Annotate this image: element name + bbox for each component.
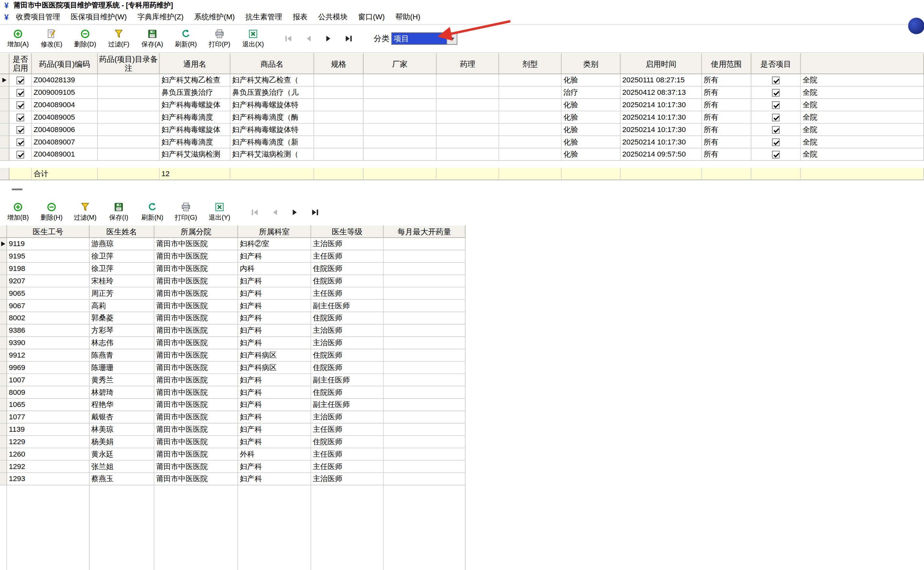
print-button[interactable]: 打印(G) [169, 200, 203, 225]
column-header[interactable]: 所属分院 [154, 225, 238, 238]
column-header[interactable]: 药理 [437, 53, 499, 74]
table-row[interactable]: 9207宋桂玲莆田市中医医院妇产科住院医师 [0, 275, 466, 288]
nav-last-button[interactable] [338, 32, 358, 45]
table-row[interactable]: 1077戴银杏莆田市中医医院妇产科主治医师 [0, 411, 466, 424]
column-header[interactable]: 所属科室 [238, 225, 311, 238]
table-row[interactable]: 9067高莉莆田市中医医院妇产科副主任医师 [0, 300, 466, 312]
edit-icon [46, 28, 57, 38]
table-row[interactable]: 1229杨美娟莆田市中医医院妇产科住院医师 [0, 436, 466, 448]
column-header[interactable] [0, 225, 7, 238]
table-row[interactable]: 9390林志伟莆田市中医医院妇产科主治医师 [0, 337, 466, 349]
column-header[interactable]: 是否项目 [751, 53, 801, 74]
column-header[interactable]: 每月最大开药量 [384, 225, 466, 238]
column-header[interactable]: 商品名 [230, 53, 314, 74]
column-header[interactable]: 药品(项目)目录备注 [98, 53, 160, 74]
delete-button[interactable]: 删除(H) [35, 200, 68, 225]
column-header[interactable]: 医生工号 [7, 225, 90, 238]
table-row[interactable]: 8002郭桑菱莆田市中医医院妇产科住院医师 [0, 312, 466, 325]
table-row[interactable]: 9912陈燕青莆田市中医医院妇产科病区住院医师 [0, 349, 466, 362]
exit-button[interactable]: 退出(Y) [203, 200, 236, 225]
checkbox[interactable] [16, 138, 24, 146]
column-header[interactable]: 使用范围 [702, 53, 751, 74]
table-row[interactable]: 1007黄秀兰莆田市中医医院妇产科副主任医师 [0, 374, 466, 386]
table-row[interactable]: Z004028139妇产科艾梅乙检查妇产科艾梅乙检查（化验20250111 08… [0, 74, 924, 87]
category-combobox[interactable]: 项目 [391, 32, 457, 45]
checkbox[interactable] [772, 89, 780, 96]
table-row[interactable]: 1260黄永廷莆田市中医医院外科主任医师 [0, 448, 466, 461]
column-header[interactable]: 类别 [562, 53, 620, 74]
table-row[interactable]: Z004089005妇产科梅毒滴度妇产科梅毒滴度（酶化验20250214 10:… [0, 112, 924, 124]
combobox-dropdown-button[interactable] [447, 33, 457, 44]
checkbox[interactable] [16, 101, 24, 109]
delete-button[interactable]: 删除(D) [68, 26, 102, 51]
nav-last-button[interactable] [305, 205, 325, 219]
column-header[interactable]: 厂家 [364, 53, 436, 74]
checkbox[interactable] [772, 150, 780, 158]
toolbar-bottom: 增加(B)删除(H)过滤(M)保存(I)刷新(N)打印(G)退出(Y) [0, 199, 924, 225]
column-header[interactable]: 医生等级 [311, 225, 384, 238]
refresh-button[interactable]: 刷新(N) [136, 200, 169, 225]
cell: 妇产科 [238, 399, 311, 411]
print-button[interactable]: 打印(P) [203, 26, 236, 51]
nav-next-button[interactable] [318, 32, 338, 45]
menu-item[interactable]: 系统维护(M) [189, 11, 240, 24]
checkbox[interactable] [16, 126, 24, 133]
add-button[interactable]: 增加(A) [1, 26, 35, 51]
column-header[interactable]: 药品(项目)编码 [32, 53, 98, 74]
menu-item[interactable]: 医保项目维护(W) [65, 11, 132, 24]
column-header[interactable]: 是否启用 [9, 53, 32, 74]
menu-item[interactable]: 报表 [287, 11, 313, 24]
table-row[interactable]: Z004089001妇产科艾滋病检测妇产科艾滋病检测（化验20250214 09… [0, 149, 924, 161]
checkbox[interactable] [772, 138, 780, 146]
menu-item[interactable]: 字典库维护(Z) [132, 11, 189, 24]
checkbox[interactable] [16, 76, 24, 84]
checkbox[interactable] [16, 113, 24, 121]
save-button[interactable]: 保存(I) [102, 200, 136, 225]
menu-item[interactable]: 抗生素管理 [240, 11, 287, 24]
checkbox[interactable] [16, 150, 24, 158]
table-row[interactable]: 8009林碧琦莆田市中医医院妇产科住院医师 [0, 386, 466, 399]
refresh-button[interactable]: 刷新(R) [169, 26, 203, 51]
checkbox[interactable] [16, 89, 24, 96]
column-header[interactable]: 医生姓名 [90, 225, 154, 238]
add-button[interactable]: 增加(B) [1, 200, 35, 225]
checkbox[interactable] [772, 76, 780, 84]
checkbox[interactable] [772, 101, 780, 109]
table-row[interactable]: 9195徐卫萍莆田市中医医院妇产科主任医师 [0, 250, 466, 263]
column-header[interactable]: 规格 [314, 53, 364, 74]
summary-cell [230, 168, 314, 181]
modify-button[interactable]: 修改(E) [35, 26, 68, 51]
menu-item[interactable]: 公共模块 [313, 11, 353, 24]
exit-button[interactable]: 退出(X) [236, 26, 270, 51]
table-row[interactable]: 1292张兰姐莆田市中医医院妇产科主任医师 [0, 461, 466, 473]
table-row[interactable]: 9386方彩琴莆田市中医医院妇产科主治医师 [0, 325, 466, 337]
menu-item[interactable]: 收费项目管理 [11, 11, 65, 24]
table-row[interactable]: 1139林美琼莆田市中医医院妇产科主任医师 [0, 424, 466, 436]
checkbox[interactable] [772, 113, 780, 121]
table-row[interactable]: 9198徐卫萍莆田市中医医院内科住院医师 [0, 263, 466, 275]
save-button[interactable]: 保存(A) [136, 26, 169, 51]
table-row[interactable]: Z009009105鼻负压置换治疗鼻负压置换治疗（儿治疗20250412 08:… [0, 87, 924, 99]
table-row[interactable]: 9969陈珊珊莆田市中医医院妇产科病区住院医师 [0, 362, 466, 374]
cell: 周正芳 [90, 288, 154, 300]
filter-button[interactable]: 过滤(M) [68, 200, 102, 225]
table-row[interactable]: 9065周正芳莆田市中医医院妇产科主任医师 [0, 288, 466, 300]
table-row[interactable]: Z004089004妇产科梅毒螺旋体妇产科梅毒螺旋体特化验20250214 10… [0, 99, 924, 112]
table-row[interactable]: 9119游燕琼莆田市中医医院妇科②室主治医师 [0, 238, 466, 250]
column-header[interactable]: 通用名 [160, 53, 230, 74]
menu-item[interactable]: 帮助(H) [390, 11, 426, 24]
splitter[interactable] [0, 181, 924, 199]
column-header[interactable]: 剂型 [499, 53, 562, 74]
column-header[interactable] [801, 53, 924, 74]
nav-next-button[interactable] [285, 205, 305, 219]
table-row[interactable]: Z004089006妇产科梅毒螺旋体妇产科梅毒螺旋体特化验20250214 10… [0, 124, 924, 136]
column-header[interactable]: 启用时间 [620, 53, 702, 74]
table-row[interactable]: 1065程艳华莆田市中医医院妇产科副主任医师 [0, 399, 466, 411]
cell [437, 87, 499, 99]
table-row[interactable]: 1293蔡燕玉莆田市中医医院妇产科主治医师 [0, 473, 466, 485]
checkbox[interactable] [772, 126, 780, 133]
table-row[interactable]: Z004089007妇产科梅毒滴度妇产科梅毒滴度（新化验20250214 10:… [0, 136, 924, 149]
filter-button[interactable]: 过滤(F) [102, 26, 136, 51]
column-header[interactable] [0, 53, 9, 74]
menu-item[interactable]: 窗口(W) [353, 11, 390, 24]
